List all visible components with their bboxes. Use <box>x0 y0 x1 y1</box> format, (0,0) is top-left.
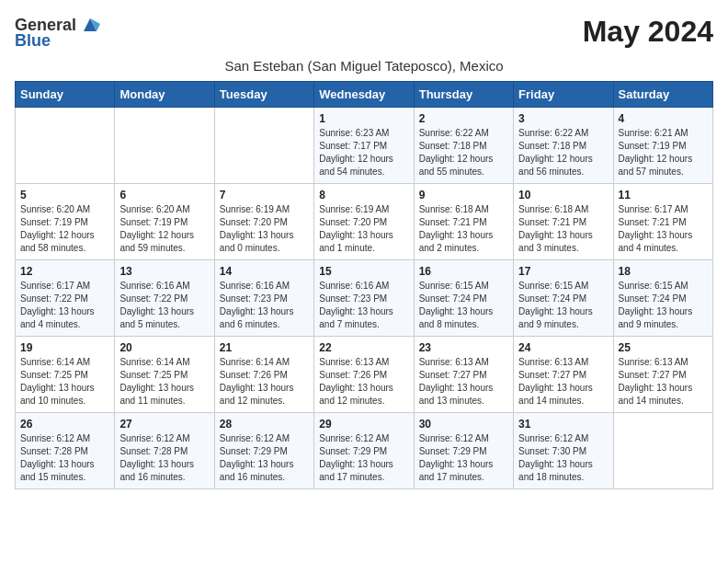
day-cell: 21Sunrise: 6:14 AM Sunset: 7:26 PM Dayli… <box>214 337 313 413</box>
day-cell: 13Sunrise: 6:16 AM Sunset: 7:22 PM Dayli… <box>115 260 214 337</box>
day-number: 10 <box>518 189 608 201</box>
col-header-monday: Monday <box>115 82 214 108</box>
day-number: 11 <box>619 189 708 201</box>
day-number: 16 <box>419 265 508 278</box>
day-info: Sunrise: 6:12 AM Sunset: 7:30 PM Dayligh… <box>518 432 608 484</box>
col-header-sunday: Sunday <box>16 82 115 108</box>
day-cell: 19Sunrise: 6:14 AM Sunset: 7:25 PM Dayli… <box>16 337 115 413</box>
day-number: 7 <box>220 189 309 201</box>
day-cell: 31Sunrise: 6:12 AM Sunset: 7:30 PM Dayli… <box>514 413 613 489</box>
day-cell: 14Sunrise: 6:16 AM Sunset: 7:23 PM Dayli… <box>214 260 313 337</box>
day-info: Sunrise: 6:22 AM Sunset: 7:18 PM Dayligh… <box>518 127 608 178</box>
col-header-friday: Friday <box>514 82 613 108</box>
day-number: 9 <box>419 189 508 201</box>
day-number: 18 <box>619 265 708 278</box>
day-number: 25 <box>619 341 708 354</box>
day-cell: 29Sunrise: 6:12 AM Sunset: 7:29 PM Dayli… <box>314 413 414 489</box>
day-cell: 30Sunrise: 6:12 AM Sunset: 7:29 PM Dayli… <box>414 413 513 489</box>
day-cell: 9Sunrise: 6:18 AM Sunset: 7:21 PM Daylig… <box>414 184 513 260</box>
day-number: 27 <box>119 418 209 431</box>
day-number: 26 <box>20 418 109 431</box>
day-cell: 11Sunrise: 6:17 AM Sunset: 7:21 PM Dayli… <box>613 184 712 260</box>
day-info: Sunrise: 6:18 AM Sunset: 7:21 PM Dayligh… <box>518 203 608 255</box>
day-cell: 24Sunrise: 6:13 AM Sunset: 7:27 PM Dayli… <box>514 337 613 413</box>
day-cell: 17Sunrise: 6:15 AM Sunset: 7:24 PM Dayli… <box>514 260 613 337</box>
day-cell <box>16 108 115 184</box>
day-info: Sunrise: 6:12 AM Sunset: 7:28 PM Dayligh… <box>119 432 209 484</box>
day-number: 31 <box>518 418 608 431</box>
col-header-wednesday: Wednesday <box>314 82 414 108</box>
day-info: Sunrise: 6:19 AM Sunset: 7:20 PM Dayligh… <box>319 203 408 255</box>
day-cell: 4Sunrise: 6:21 AM Sunset: 7:19 PM Daylig… <box>613 108 712 184</box>
day-cell: 10Sunrise: 6:18 AM Sunset: 7:21 PM Dayli… <box>514 184 613 260</box>
day-number: 14 <box>220 265 309 278</box>
day-info: Sunrise: 6:14 AM Sunset: 7:25 PM Dayligh… <box>20 356 109 408</box>
day-cell: 28Sunrise: 6:12 AM Sunset: 7:29 PM Dayli… <box>214 413 313 489</box>
day-info: Sunrise: 6:17 AM Sunset: 7:22 PM Dayligh… <box>20 280 109 331</box>
header: General Blue May 2024 <box>15 15 713 51</box>
day-cell: 20Sunrise: 6:14 AM Sunset: 7:25 PM Dayli… <box>115 337 214 413</box>
col-header-tuesday: Tuesday <box>214 82 313 108</box>
logo: General Blue <box>15 15 100 51</box>
week-row-1: 1Sunrise: 6:23 AM Sunset: 7:17 PM Daylig… <box>16 108 713 184</box>
week-row-5: 26Sunrise: 6:12 AM Sunset: 7:28 PM Dayli… <box>16 413 713 489</box>
day-cell: 6Sunrise: 6:20 AM Sunset: 7:19 PM Daylig… <box>115 184 214 260</box>
subtitle: San Esteban (San Miguel Tateposco), Mexi… <box>15 58 713 74</box>
day-info: Sunrise: 6:21 AM Sunset: 7:19 PM Dayligh… <box>619 127 708 178</box>
day-number: 23 <box>419 341 508 354</box>
day-number: 5 <box>20 189 109 201</box>
day-info: Sunrise: 6:12 AM Sunset: 7:29 PM Dayligh… <box>419 432 508 484</box>
day-number: 8 <box>319 189 408 201</box>
day-cell: 25Sunrise: 6:13 AM Sunset: 7:27 PM Dayli… <box>613 337 712 413</box>
day-number: 15 <box>319 265 408 278</box>
day-info: Sunrise: 6:16 AM Sunset: 7:23 PM Dayligh… <box>319 280 408 331</box>
day-cell: 7Sunrise: 6:19 AM Sunset: 7:20 PM Daylig… <box>214 184 313 260</box>
month-title: May 2024 <box>583 15 713 49</box>
day-info: Sunrise: 6:15 AM Sunset: 7:24 PM Dayligh… <box>419 280 508 331</box>
day-info: Sunrise: 6:15 AM Sunset: 7:24 PM Dayligh… <box>619 280 708 331</box>
logo-blue: Blue <box>15 31 51 51</box>
day-number: 3 <box>518 112 608 125</box>
day-cell: 12Sunrise: 6:17 AM Sunset: 7:22 PM Dayli… <box>16 260 115 337</box>
day-cell: 2Sunrise: 6:22 AM Sunset: 7:18 PM Daylig… <box>414 108 513 184</box>
day-cell: 16Sunrise: 6:15 AM Sunset: 7:24 PM Dayli… <box>414 260 513 337</box>
day-info: Sunrise: 6:12 AM Sunset: 7:28 PM Dayligh… <box>20 432 109 484</box>
day-cell: 3Sunrise: 6:22 AM Sunset: 7:18 PM Daylig… <box>514 108 613 184</box>
day-info: Sunrise: 6:20 AM Sunset: 7:19 PM Dayligh… <box>20 203 109 255</box>
day-cell: 27Sunrise: 6:12 AM Sunset: 7:28 PM Dayli… <box>115 413 214 489</box>
day-info: Sunrise: 6:20 AM Sunset: 7:19 PM Dayligh… <box>119 203 209 255</box>
day-info: Sunrise: 6:12 AM Sunset: 7:29 PM Dayligh… <box>319 432 408 484</box>
day-cell: 15Sunrise: 6:16 AM Sunset: 7:23 PM Dayli… <box>314 260 414 337</box>
day-info: Sunrise: 6:23 AM Sunset: 7:17 PM Dayligh… <box>319 127 408 178</box>
day-number: 30 <box>419 418 508 431</box>
day-cell: 1Sunrise: 6:23 AM Sunset: 7:17 PM Daylig… <box>314 108 414 184</box>
day-cell: 18Sunrise: 6:15 AM Sunset: 7:24 PM Dayli… <box>613 260 712 337</box>
day-number: 22 <box>319 341 408 354</box>
day-info: Sunrise: 6:13 AM Sunset: 7:27 PM Dayligh… <box>518 356 608 408</box>
day-number: 4 <box>619 112 708 125</box>
day-number: 13 <box>119 265 209 278</box>
day-cell <box>613 413 712 489</box>
day-number: 19 <box>20 341 109 354</box>
day-info: Sunrise: 6:13 AM Sunset: 7:26 PM Dayligh… <box>319 356 408 408</box>
header-row: SundayMondayTuesdayWednesdayThursdayFrid… <box>16 82 713 108</box>
day-info: Sunrise: 6:15 AM Sunset: 7:24 PM Dayligh… <box>518 280 608 331</box>
calendar-table: SundayMondayTuesdayWednesdayThursdayFrid… <box>15 81 713 489</box>
day-cell <box>214 108 313 184</box>
day-info: Sunrise: 6:13 AM Sunset: 7:27 PM Dayligh… <box>619 356 708 408</box>
day-number: 29 <box>319 418 408 431</box>
day-number: 17 <box>518 265 608 278</box>
day-number: 6 <box>119 189 209 201</box>
day-info: Sunrise: 6:16 AM Sunset: 7:23 PM Dayligh… <box>220 280 309 331</box>
logo-icon <box>80 15 100 35</box>
day-number: 1 <box>319 112 408 125</box>
week-row-3: 12Sunrise: 6:17 AM Sunset: 7:22 PM Dayli… <box>16 260 713 337</box>
day-info: Sunrise: 6:17 AM Sunset: 7:21 PM Dayligh… <box>619 203 708 255</box>
week-row-2: 5Sunrise: 6:20 AM Sunset: 7:19 PM Daylig… <box>16 184 713 260</box>
day-number: 21 <box>220 341 309 354</box>
day-info: Sunrise: 6:16 AM Sunset: 7:22 PM Dayligh… <box>119 280 209 331</box>
day-info: Sunrise: 6:18 AM Sunset: 7:21 PM Dayligh… <box>419 203 508 255</box>
day-number: 20 <box>119 341 209 354</box>
day-info: Sunrise: 6:13 AM Sunset: 7:27 PM Dayligh… <box>419 356 508 408</box>
day-cell: 26Sunrise: 6:12 AM Sunset: 7:28 PM Dayli… <box>16 413 115 489</box>
